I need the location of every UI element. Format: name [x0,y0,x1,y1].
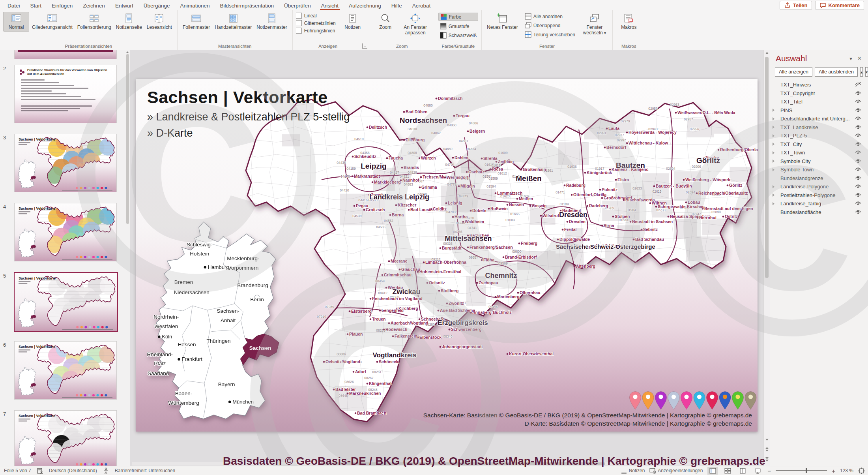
tab-zeichnen[interactable]: Zeichnen [78,1,110,10]
selection-item-txt-town[interactable]: TXT_Town [770,148,868,157]
thumbnail-slide-6-box[interactable]: Sachsen | Vektorkarte [14,341,117,400]
tab-animationen[interactable]: Animationen [175,1,215,10]
tab-start[interactable]: Start [25,1,47,10]
show-dialog-launcher[interactable] [362,43,367,49]
visibility-icon[interactable] [855,183,862,190]
selection-item-landkreise-farbig[interactable]: Landkreise_farbig [770,199,868,208]
expand-triangle-icon[interactable] [773,134,774,137]
visibility-icon[interactable] [855,192,862,198]
thumbnail-slide-7[interactable]: 7Sachsen | Vektorkarte [0,410,130,466]
slide[interactable]: Sachsen | Vektorkarte » Landkreise & Pos… [136,79,758,432]
selection-item-symbole-city[interactable]: Symbole City [770,157,868,166]
tab-bildschirmpräsentation[interactable]: Bildschirmpräsentation [215,1,279,10]
thumbnail-slide-1-partial[interactable] [0,50,130,59]
selection-item-txt-plz-5[interactable]: TXT_PLZ-5 [770,131,868,140]
visibility-icon[interactable] [855,115,862,122]
notes-button[interactable]: Notizen [340,12,366,32]
pane-close-icon[interactable]: × [855,54,864,63]
thumbnail-slide-5[interactable]: 5Sachsen | Vektorkarte [0,272,130,331]
tab-hilfe[interactable]: Hilfe [386,1,407,10]
selection-item-postleitzahlen-polygone[interactable]: Postleitzahlen-Polygone [770,191,868,200]
reading-view-toggle[interactable] [737,467,748,475]
zoom-button[interactable]: Zoom [372,12,398,32]
selection-item-txt-copyright[interactable]: TXT_Copyright [770,89,868,98]
tab-übergänge[interactable]: Übergänge [138,1,175,10]
slide-sorter-button[interactable]: Foliensortierung [75,12,113,32]
normal-view-button[interactable]: Normal [3,12,29,32]
selection-item-bundeslandgrenze[interactable]: Bundeslandgrenze [770,174,868,183]
expand-triangle-icon[interactable] [773,126,774,129]
expand-triangle-icon[interactable] [773,202,774,205]
color-button[interactable]: Farbe [438,13,478,21]
thumbnail-slide-2[interactable]: 2Praktische ShortCuts für das Verwalten … [0,65,130,124]
hide-all-button[interactable]: Alle ausblenden [815,67,858,77]
share-button[interactable]: Teilen [780,1,812,10]
visibility-icon[interactable] [855,132,862,139]
selection-item-bundeslandfl-che[interactable]: Bundeslandfläche [770,208,868,217]
selection-item-txt-titel[interactable]: TXT_Titel [770,98,868,106]
selection-item-symbole-town[interactable]: Symbole Town [770,165,868,174]
zoom-percentage[interactable]: 123 % [840,468,853,473]
expand-triangle-icon[interactable] [773,109,774,112]
zoom-slider-knob[interactable] [806,468,807,473]
grayscale-button[interactable]: Graustufe [438,23,478,30]
zoom-slider[interactable] [776,467,827,475]
tab-einfügen[interactable]: Einfügen [47,1,78,10]
tab-aufzeichnung[interactable]: Aufzeichnung [344,1,386,10]
visibility-icon[interactable] [855,98,862,105]
visibility-icon[interactable] [855,149,862,156]
fit-slide-icon[interactable] [858,467,865,474]
selection-item-txt-city[interactable]: TXT_City [770,140,868,149]
blackwhite-button[interactable]: Schwarzweiß [438,32,478,39]
scroll-down-arrow[interactable] [764,436,769,443]
selection-item-deutschlandkarte-mit-unterg-[interactable]: Deutschlandkarte mit Unterg... [770,115,868,123]
visibility-icon[interactable] [855,209,862,215]
gridlines-checkbox[interactable]: Gitternetzlinien [296,20,336,26]
slide-sorter-toggle[interactable] [722,467,733,475]
tab-ansicht[interactable]: Ansicht [316,1,344,10]
selection-item-landkreise-polygone[interactable]: Landkreise-Polygone [770,182,868,191]
language-status[interactable]: Deutsch (Deutschland) [49,468,97,473]
switch-window-button[interactable]: Fenster wechseln ▾ [580,12,609,37]
scrollbar-thumb[interactable] [765,57,769,278]
notes-page-button[interactable]: Notizenseite [114,12,144,32]
handout-master-button[interactable]: Handzettelmaster [213,12,254,32]
visibility-icon[interactable] [855,90,862,96]
visibility-hidden-icon[interactable] [855,81,862,88]
expand-triangle-icon[interactable] [773,168,774,171]
arrange-all-button[interactable]: Alle anordnen [523,13,577,20]
thumbnail-slide-1-box[interactable] [14,50,117,59]
macros-button[interactable]: Makros [616,12,642,32]
fit-to-window-button[interactable]: An Fenster anpassen [399,12,432,37]
accessibility-status[interactable]: Barrierefreiheit: Untersuchen [115,468,175,473]
notes-master-button[interactable]: Notizenmaster [254,12,289,32]
tab-acrobat[interactable]: Acrobat [407,1,436,10]
selection-item-pins[interactable]: PINS [770,106,868,115]
tab-entwurf[interactable]: Entwurf [110,1,138,10]
pane-options-chevron-icon[interactable]: ▾ [847,55,855,62]
visibility-icon[interactable] [855,200,862,207]
vertical-scrollbar[interactable] [763,50,770,466]
comments-button[interactable]: Kommentare [815,1,864,10]
move-split-button[interactable]: Teilung verschieben [523,31,577,38]
move-down-button[interactable]: ▾ [865,67,868,77]
outline-view-button[interactable]: Gliederungsansicht [30,12,75,32]
thumbnail-slide-7-box[interactable]: Sachsen | Vektorkarte [14,410,117,466]
slideshow-toggle[interactable] [752,467,763,475]
thumbnail-scrollbar[interactable] [125,51,130,466]
proofing-icon[interactable] [37,467,43,474]
selection-item-txt-landkreise[interactable]: TXT_Landkreise [770,123,868,132]
previous-slide-button[interactable] [764,446,769,452]
visibility-icon[interactable] [855,175,862,181]
display-settings-button[interactable]: Anzeigeeinstellungen [649,467,703,474]
thumbnail-slide-4-box[interactable]: Sachsen | Vektorkarte [14,203,117,261]
new-window-button[interactable]: Neues Fenster [485,12,520,32]
normal-view-toggle[interactable] [707,467,718,475]
visibility-icon[interactable] [855,107,862,113]
selection-item-txt-hinweis[interactable]: TXT_Hinweis [770,81,868,89]
tab-überprüfen[interactable]: Überprüfen [279,1,316,10]
visibility-icon[interactable] [855,158,862,164]
expand-triangle-icon[interactable] [773,117,774,120]
move-up-button[interactable]: ▴ [860,67,863,77]
tab-datei[interactable]: Datei [2,1,25,10]
